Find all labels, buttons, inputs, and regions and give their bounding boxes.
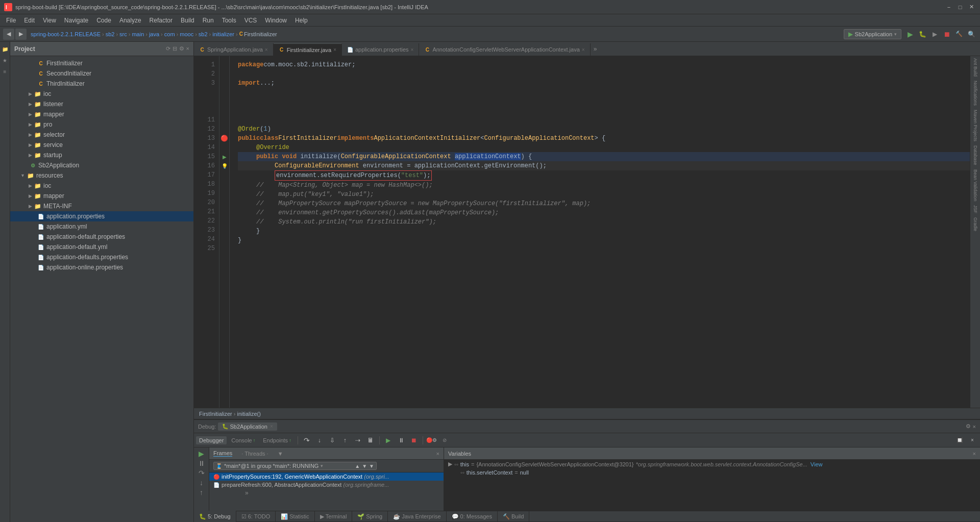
menu-item-run[interactable]: Run	[199, 14, 218, 27]
tree-item-service[interactable]: ▶ 📁 service	[10, 140, 193, 150]
bean-validation-label[interactable]: Bean Validation	[972, 167, 979, 203]
tree-item-res-ioc[interactable]: ▶ 📁 ioc	[10, 181, 193, 191]
stop-button[interactable]: ⏹	[941, 29, 952, 40]
tab-close-icon[interactable]: ×	[582, 47, 585, 53]
tree-item-res-mapper[interactable]: ▶ 📁 mapper	[10, 191, 193, 201]
close-debugger-btn[interactable]: ×	[967, 435, 978, 446]
menu-item-code[interactable]: Code	[92, 14, 115, 27]
close-button[interactable]: ✕	[967, 3, 976, 12]
tree-item-app-defaults-props[interactable]: 📄 application-defaults.properties	[10, 252, 193, 262]
menu-item-navigate[interactable]: Navigate	[60, 14, 92, 27]
thread-up-icon[interactable]: ▲	[355, 463, 360, 469]
frames-close-icon[interactable]: ×	[436, 451, 439, 457]
frames-tab[interactable]: Frames	[213, 450, 232, 457]
tab-build[interactable]: 🔨 Build	[498, 511, 529, 522]
tree-item-app-yml[interactable]: 📄 application.yml	[10, 221, 193, 232]
debugger-tab[interactable]: Debugger	[196, 436, 227, 444]
maximize-button[interactable]: □	[955, 3, 965, 12]
breadcrumb-initializer[interactable]: initializer	[212, 31, 234, 37]
debug-settings-icon[interactable]: ⚙	[966, 423, 971, 430]
step-out-side-btn[interactable]: ↑	[200, 488, 203, 496]
view-link[interactable]: View	[811, 461, 823, 467]
code-content[interactable]: package com.mooc.sb2.initializer; import…	[230, 56, 970, 408]
restore-layout-btn[interactable]: 🔲	[954, 435, 965, 446]
tab-close-icon[interactable]: ×	[333, 47, 336, 53]
tab-annotationconfig[interactable]: C AnnotationConfigServletWebServerApplic…	[419, 43, 590, 56]
tree-item-app-default-yml[interactable]: 📄 application-default.yml	[10, 242, 193, 252]
resume-side-btn[interactable]: ▶	[199, 450, 204, 458]
run-button[interactable]: ▶	[904, 29, 916, 40]
breadcrumb-root[interactable]: spring-boot-2.2.1.RELEASE	[31, 31, 101, 37]
tree-item-app-props[interactable]: 📄 application.properties	[10, 211, 193, 221]
gear-icon[interactable]: ⚙	[179, 45, 184, 52]
menu-item-window[interactable]: Window	[261, 14, 291, 27]
var-expand-icon[interactable]: ◦◦	[460, 469, 464, 476]
tab-application-properties[interactable]: 📄 application.properties ×	[342, 43, 419, 56]
step-over-btn[interactable]: ↷	[301, 435, 312, 446]
collapse-icon[interactable]: ⊟	[173, 45, 177, 52]
breadcrumb-main[interactable]: main	[132, 31, 144, 37]
threads-tab[interactable]: · Threads ·	[241, 451, 268, 457]
tree-item-sb2app[interactable]: ⚙ Sb2Application	[10, 160, 193, 170]
scroll-right-icon[interactable]: »	[245, 489, 249, 496]
breadcrumb-class[interactable]: C FirstInitializer	[239, 31, 277, 37]
endpoints-tab[interactable]: Endpoints↑	[260, 436, 294, 444]
tree-item-mapper[interactable]: ▶ 📁 mapper	[10, 109, 193, 119]
quickfix-icon[interactable]: 💡	[222, 163, 228, 169]
tab-java-enterprise[interactable]: ☕ Java Enterprise	[388, 511, 446, 522]
favorites-icon[interactable]: ★	[0, 55, 10, 65]
structure-icon[interactable]: ≡	[0, 66, 10, 77]
tab-terminal[interactable]: ▶ Terminal	[315, 511, 353, 522]
nav-back-button[interactable]: ◀	[3, 29, 14, 40]
run-coverage-button[interactable]: ▶	[929, 29, 940, 40]
console-tab[interactable]: Console↑	[228, 436, 258, 444]
mute-breakpoints-btn[interactable]: ⊘	[439, 435, 450, 446]
var-item-servletcontext[interactable]: ◦◦ this.servletContext = null	[444, 468, 980, 477]
run-config-selector[interactable]: ▶ Sb2Application ▾	[844, 29, 901, 39]
menu-item-vcs[interactable]: VCS	[240, 14, 261, 27]
frame-item-0[interactable]: 🔴 initPropertySources:192, GenericWebApp…	[209, 473, 444, 481]
tree-item-ioc[interactable]: ▶ 📁 ioc	[10, 89, 193, 99]
breadcrumb-java[interactable]: java	[149, 31, 159, 37]
tab-close-icon[interactable]: ×	[411, 47, 414, 53]
tree-item-app-online-props[interactable]: 📄 application-online.properties	[10, 262, 193, 272]
tab-debug[interactable]: 🐛 5: Debug	[194, 511, 236, 522]
run-to-cursor-btn[interactable]: ⇢	[352, 435, 363, 446]
jsf-label[interactable]: JSF	[972, 203, 979, 215]
variables-close[interactable]: ×	[973, 451, 976, 457]
frame-item-1[interactable]: 📄 prepareRefresh:600, AbstractApplicatio…	[209, 481, 444, 489]
nav-forward-button[interactable]: ▶	[15, 29, 27, 40]
step-into-side-btn[interactable]: ↓	[200, 479, 203, 487]
resume-btn[interactable]: ▶	[383, 435, 394, 446]
pause-btn[interactable]: ⏸	[396, 435, 407, 446]
tree-item-secondinitializer[interactable]: C SecondInitializer	[10, 68, 193, 79]
tree-item-firstinitializer[interactable]: C FirstInitializer	[10, 58, 193, 68]
filter-icon[interactable]: ▼	[278, 451, 283, 457]
view-breakpoints-btn[interactable]: 🔴⚙	[426, 435, 437, 446]
menu-item-file[interactable]: File	[2, 14, 20, 27]
tab-messages[interactable]: 💬 0: Messages	[447, 511, 498, 522]
menu-item-edit[interactable]: Edit	[20, 14, 39, 27]
tab-todo[interactable]: ☑ 6: TODO	[236, 511, 276, 522]
menu-item-refactor[interactable]: Refactor	[145, 14, 177, 27]
stop-debug-btn[interactable]: ⏹	[408, 435, 420, 446]
ant-build-label[interactable]: Ant Build	[972, 56, 979, 79]
tree-item-thirdinitializer[interactable]: C ThirdInitializer	[10, 79, 193, 89]
debug-button[interactable]: 🐛	[917, 29, 928, 40]
tab-close-icon[interactable]: ×	[265, 47, 268, 53]
tree-item-selector[interactable]: ▶ 📁 selector	[10, 130, 193, 140]
debug-tab-close[interactable]: ×	[270, 424, 273, 429]
var-expand-icon[interactable]: ▶	[448, 461, 452, 467]
database-label[interactable]: Database	[972, 143, 979, 167]
debug-close-icon[interactable]: ×	[973, 424, 976, 430]
tab-statistic[interactable]: 📊 Statistic	[276, 511, 315, 522]
debug-tab-sb2[interactable]: 🐛 Sb2Application ×	[218, 422, 277, 431]
breadcrumb-sb2[interactable]: sb2	[106, 31, 115, 37]
menu-item-build[interactable]: Build	[177, 14, 199, 27]
menu-item-analyze[interactable]: Analyze	[115, 14, 145, 27]
breadcrumb-mooc[interactable]: mooc	[180, 31, 193, 37]
tree-item-startup[interactable]: ▶ 📁 startup	[10, 150, 193, 160]
evaluate-btn[interactable]: 🖩	[365, 435, 376, 446]
sync-icon[interactable]: ⟳	[166, 45, 170, 52]
close-panel-icon[interactable]: ×	[186, 45, 189, 52]
